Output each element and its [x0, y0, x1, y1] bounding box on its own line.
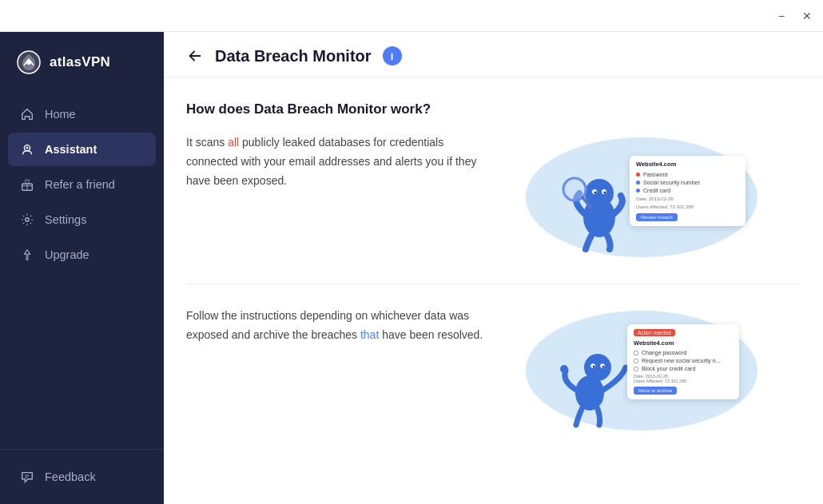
archive-btn[interactable]: Move to archive	[634, 387, 677, 395]
info-row-1: It scans all publicly leaked databases f…	[186, 133, 801, 261]
highlight-all: all	[228, 136, 239, 149]
info-badge[interactable]: i	[383, 46, 402, 65]
sidebar-item-refer-label: Refer a friend	[45, 178, 115, 191]
breach-card-1: Website4.com Password Social security nu…	[630, 156, 745, 226]
dot-blue	[636, 181, 640, 185]
gift-icon	[19, 177, 35, 192]
svg-point-21	[560, 365, 568, 373]
svg-marker-6	[24, 250, 30, 260]
highlight-that: that	[360, 328, 379, 341]
logo-icon	[16, 50, 42, 75]
upgrade-icon	[19, 247, 35, 263]
sidebar-item-home[interactable]: Home	[8, 97, 156, 131]
app-container: atlasVPN Home	[0, 32, 823, 504]
dot-red	[636, 173, 640, 177]
sidebar-nav: Home Assistant	[0, 97, 164, 449]
sidebar: atlasVPN Home	[0, 32, 164, 504]
svg-point-18	[600, 363, 605, 368]
action-needed-badge: Action needed	[634, 329, 675, 336]
sidebar-item-settings[interactable]: Settings	[8, 203, 156, 236]
content-area: Data Breach Monitor i How does Data Brea…	[164, 32, 823, 504]
svg-point-1	[26, 60, 31, 65]
title-bar: − ✕	[0, 0, 823, 32]
sidebar-item-upgrade-label: Upgrade	[45, 248, 89, 261]
info-text-2: Follow the instructions depending on whi…	[186, 307, 490, 345]
page-title: Data Breach Monitor	[215, 47, 372, 65]
feedback-item[interactable]: Feedback	[16, 462, 148, 491]
content-header: Data Breach Monitor i	[164, 32, 823, 77]
settings-icon	[19, 212, 35, 228]
dot-teal	[636, 189, 640, 192]
info-row-2: Follow the instructions depending on whi…	[186, 307, 801, 435]
svg-point-5	[26, 218, 30, 222]
home-icon	[19, 106, 35, 122]
title-bar-controls: − ✕	[775, 10, 813, 22]
sidebar-item-assistant-label: Assistant	[45, 143, 97, 156]
minimize-button[interactable]: −	[775, 10, 788, 22]
svg-point-11	[594, 192, 597, 194]
sidebar-item-settings-label: Settings	[45, 213, 86, 226]
action-card-title: Website4.com	[634, 339, 733, 347]
section-title: How does Data Breach Monitor work?	[186, 101, 801, 117]
sidebar-item-assistant[interactable]: Assistant	[8, 133, 156, 166]
sidebar-item-refer[interactable]: Refer a friend	[8, 168, 156, 201]
review-breach-btn[interactable]: Review breach	[636, 213, 678, 221]
assistant-icon	[19, 141, 35, 157]
svg-point-12	[604, 192, 606, 194]
feedback-icon	[19, 469, 35, 485]
sidebar-footer: Feedback	[0, 449, 164, 504]
svg-point-17	[590, 363, 595, 368]
back-button[interactable]	[186, 47, 204, 65]
content-body: How does Data Breach Monitor work? It sc…	[164, 77, 823, 504]
logo-text: atlasVPN	[50, 54, 110, 70]
feedback-label: Feedback	[45, 470, 96, 483]
action-card-2: Action needed Website4.com Change passwo…	[627, 324, 739, 399]
info-text-1: It scans all publicly leaked databases f…	[186, 133, 490, 190]
close-button[interactable]: ✕	[801, 10, 813, 22]
illustration-1: Website4.com Password Social security nu…	[522, 133, 761, 261]
illustration-2: Action needed Website4.com Change passwo…	[522, 307, 761, 435]
how-it-works-section: How does Data Breach Monitor work? It sc…	[186, 101, 801, 435]
svg-point-16	[584, 354, 611, 381]
svg-point-3	[26, 147, 29, 149]
sidebar-item-upgrade[interactable]: Upgrade	[8, 238, 156, 272]
svg-point-19	[593, 366, 595, 368]
logo-area: atlasVPN	[0, 32, 164, 97]
section-divider	[186, 284, 801, 284]
svg-point-20	[602, 366, 605, 368]
sidebar-item-home-label: Home	[45, 108, 76, 121]
